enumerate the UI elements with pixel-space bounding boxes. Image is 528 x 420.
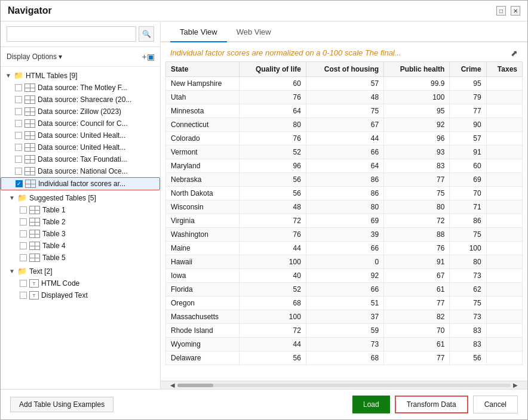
nav-tree: ▼ 📁 HTML Tables [9] Data source: The Mot… bbox=[1, 67, 160, 389]
checkbox[interactable] bbox=[20, 206, 27, 214]
list-item[interactable]: Data source: Zillow (2023) bbox=[1, 106, 160, 118]
triangle-icon: ▼ bbox=[9, 268, 15, 274]
table-row: Colorado76449657 bbox=[166, 132, 523, 146]
checkbox[interactable] bbox=[20, 280, 27, 287]
list-item[interactable]: T HTML Code bbox=[1, 277, 160, 289]
navigator-window: Navigator □ ✕ 🔍 Display Options ▾ +▣ bbox=[0, 0, 528, 420]
list-item[interactable]: Data source: Sharecare (20... bbox=[1, 94, 160, 106]
list-item[interactable]: Data source: United Healt... bbox=[1, 141, 160, 153]
table-row: Massachusetts100378273 bbox=[166, 310, 523, 324]
table-cell: Massachusetts bbox=[166, 310, 240, 324]
table-cell: 95 bbox=[450, 77, 486, 91]
list-item[interactable]: Table 2 bbox=[1, 216, 160, 228]
table-icon bbox=[24, 131, 35, 140]
tabs-bar: Table View Web View bbox=[161, 21, 527, 42]
checkbox[interactable] bbox=[20, 230, 27, 237]
checkbox-checked[interactable]: ✓ bbox=[16, 180, 23, 187]
table-cell: 70 bbox=[450, 187, 486, 200]
list-item[interactable]: Data source: The Motley F... bbox=[1, 82, 160, 94]
tab-web-view[interactable]: Web View bbox=[227, 21, 281, 42]
data-table-wrapper[interactable]: State Quality of life Cost of housing Pu… bbox=[161, 61, 527, 381]
checkbox[interactable] bbox=[15, 156, 22, 163]
load-button[interactable]: Load bbox=[352, 396, 390, 413]
scroll-right-arrow[interactable]: ▶ bbox=[513, 382, 518, 388]
table-cell: 76 bbox=[384, 242, 450, 255]
table-cell: 60 bbox=[240, 77, 306, 91]
list-item[interactable]: Table 4 bbox=[1, 240, 160, 252]
list-item[interactable]: Data source: United Healt... bbox=[1, 129, 160, 141]
table-cell: 39 bbox=[306, 228, 383, 242]
horizontal-scrollbar[interactable]: ◀ ▶ bbox=[161, 381, 527, 389]
checkbox[interactable] bbox=[15, 108, 22, 115]
table-row: Wyoming44736183 bbox=[166, 338, 523, 351]
tab-table-view[interactable]: Table View bbox=[170, 21, 227, 42]
checkbox[interactable] bbox=[15, 144, 22, 151]
table-row: Virginia72697286 bbox=[166, 214, 523, 228]
table-row: Iowa40926773 bbox=[166, 269, 523, 283]
table-row: North Dakota56867570 bbox=[166, 187, 523, 200]
list-item[interactable]: Table 1 bbox=[1, 204, 160, 216]
checkbox[interactable] bbox=[15, 96, 22, 103]
text-group: ▼ 📁 Text [2] T HTML Code T Displayed Tex… bbox=[1, 265, 160, 301]
add-table-button[interactable]: Add Table Using Examples bbox=[10, 397, 113, 412]
table-cell: 69 bbox=[450, 173, 486, 187]
checkbox[interactable] bbox=[15, 84, 22, 91]
suggested-tables-header[interactable]: ▼ 📁 Suggested Tables [5] bbox=[1, 192, 160, 204]
table-cell: 66 bbox=[306, 242, 383, 255]
table-row: Washington76398875 bbox=[166, 228, 523, 242]
col-taxes: Taxes bbox=[486, 62, 522, 77]
cancel-button[interactable]: Cancel bbox=[473, 396, 518, 413]
table-cell: Utah bbox=[166, 91, 240, 104]
close-button[interactable]: ✕ bbox=[511, 6, 520, 16]
col-health: Public health bbox=[384, 62, 450, 77]
table-icon bbox=[29, 218, 40, 226]
table-icon bbox=[24, 143, 35, 152]
html-tables-header[interactable]: ▼ 📁 HTML Tables [9] bbox=[1, 69, 160, 82]
col-quality: Quality of life bbox=[240, 62, 306, 77]
list-item[interactable]: Data source: Tax Foundati... bbox=[1, 153, 160, 165]
table-cell: 66 bbox=[306, 283, 383, 297]
checkbox[interactable] bbox=[15, 132, 22, 139]
external-link-icon[interactable]: ⬈ bbox=[511, 48, 518, 58]
search-button[interactable]: 🔍 bbox=[139, 26, 154, 42]
table-cell: 96 bbox=[240, 159, 306, 173]
text-icon: T bbox=[29, 279, 39, 288]
table-cell: Colorado bbox=[166, 132, 240, 146]
checkbox[interactable] bbox=[20, 242, 27, 249]
table-cell: 72 bbox=[384, 214, 450, 228]
checkbox[interactable] bbox=[15, 120, 22, 127]
table-cell: 83 bbox=[450, 324, 486, 338]
list-item[interactable]: Table 3 bbox=[1, 228, 160, 240]
scroll-left-arrow[interactable]: ◀ bbox=[170, 382, 175, 388]
table-cell: Minnesota bbox=[166, 104, 240, 118]
checkbox[interactable] bbox=[15, 168, 22, 175]
table-cell: 68 bbox=[240, 297, 306, 310]
table-cell: 80 bbox=[306, 200, 383, 214]
list-item[interactable]: T Displayed Text bbox=[1, 289, 160, 301]
transform-data-button[interactable]: Transform Data bbox=[395, 396, 468, 413]
table-row: Connecticut80679290 bbox=[166, 118, 523, 132]
table-cell: 56 bbox=[450, 351, 486, 365]
table-cell: 0 bbox=[306, 255, 383, 269]
scroll-track[interactable] bbox=[177, 384, 511, 387]
new-data-button[interactable]: +▣ bbox=[142, 51, 154, 63]
col-housing: Cost of housing bbox=[306, 62, 383, 77]
list-item[interactable]: Data source: National Oce... bbox=[1, 165, 160, 177]
table-cell bbox=[486, 132, 522, 146]
text-group-header[interactable]: ▼ 📁 Text [2] bbox=[1, 265, 160, 277]
folder-icon: 📁 bbox=[14, 71, 23, 80]
table-cell bbox=[486, 118, 522, 132]
search-input[interactable] bbox=[7, 26, 136, 42]
checkbox[interactable] bbox=[20, 218, 27, 226]
table-cell bbox=[486, 146, 522, 159]
table-cell: 57 bbox=[450, 132, 486, 146]
display-options-button[interactable]: Display Options ▾ bbox=[7, 52, 62, 61]
scroll-thumb[interactable] bbox=[177, 384, 213, 387]
minimize-button[interactable]: □ bbox=[496, 6, 506, 16]
individual-factor-scores-item[interactable]: ✓ Individual factor scores ar... bbox=[1, 177, 160, 190]
list-item[interactable]: Data source: Council for C... bbox=[1, 118, 160, 129]
list-item[interactable]: Table 5 bbox=[1, 252, 160, 264]
table-icon bbox=[24, 107, 35, 116]
checkbox[interactable] bbox=[20, 292, 27, 299]
checkbox[interactable] bbox=[20, 254, 27, 261]
